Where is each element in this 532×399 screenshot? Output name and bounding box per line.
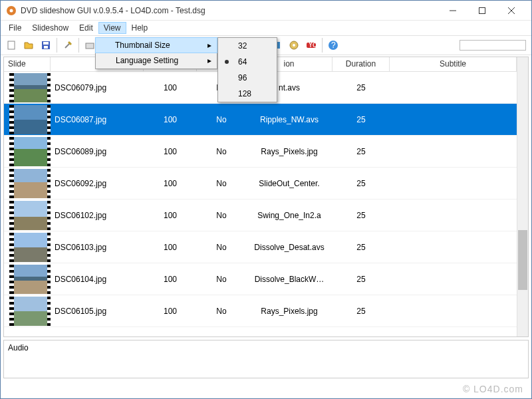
cell-frames: 100: [144, 243, 197, 252]
cell-duration: 25: [332, 179, 390, 188]
thumbnail-size-submenu: 32 64 96 128: [217, 37, 277, 102]
cell-duration: 25: [332, 83, 390, 92]
table-row[interactable]: DSC06105.jpg100NoRays_Pixels.jpg25: [4, 295, 517, 327]
menu-view[interactable]: View: [98, 22, 126, 34]
app-icon: [6, 5, 17, 16]
slide-thumbnail: [9, 169, 51, 198]
cell-duration: 25: [332, 211, 390, 220]
cell-transition: SlideOut_Center.: [246, 179, 332, 188]
menu-item-label: 64: [238, 57, 247, 66]
cell-thumb: [4, 295, 51, 327]
cell-frames: 100: [144, 179, 197, 188]
cell-animation: No: [197, 179, 246, 188]
separator: [57, 38, 57, 53]
cell-duration: 25: [332, 115, 390, 124]
slide-thumbnail: [9, 297, 51, 326]
thumb-size-32[interactable]: 32: [218, 38, 277, 54]
cell-duration: 25: [332, 275, 390, 284]
cell-thumb: [4, 136, 51, 168]
cell-filename: DSC06079.jpg: [51, 83, 144, 92]
cell-frames: 100: [144, 275, 197, 284]
cell-animation: No: [197, 211, 246, 220]
slide-thumbnail: [9, 265, 51, 294]
menu-edit[interactable]: Edit: [74, 22, 98, 34]
slide-thumbnail: [9, 201, 51, 230]
cell-frames: 100: [144, 83, 197, 92]
cell-animation: No: [197, 307, 246, 316]
svg-rect-6: [8, 41, 15, 49]
svg-rect-10: [86, 43, 94, 49]
new-button[interactable]: [3, 37, 19, 53]
view-menu-dropdown: Thumbnail Size ▸ Language Setting ▸: [95, 37, 217, 69]
minimize-button[interactable]: [438, 1, 467, 21]
menu-item-label: Language Setting: [116, 56, 178, 65]
submenu-arrow-icon: ▸: [207, 56, 211, 65]
cell-transition: Dissolve_Desat.avs: [246, 243, 332, 252]
menu-thumbnail-size[interactable]: Thumbnail Size ▸: [95, 37, 217, 53]
cell-transition: Ripples_NW.avs: [246, 115, 332, 124]
progress-bar: [460, 40, 526, 51]
cell-animation: No: [197, 275, 246, 284]
svg-text:?: ?: [331, 41, 336, 50]
menu-item-label: 32: [238, 41, 247, 51]
svg-rect-8: [43, 42, 49, 45]
svg-point-1: [10, 9, 13, 12]
table-row[interactable]: DSC06102.jpg100NoSwing_One_In2.a25: [4, 200, 517, 231]
separator: [78, 38, 79, 53]
col-slide[interactable]: Slide: [4, 57, 51, 71]
open-button[interactable]: [21, 37, 37, 53]
separator: [322, 38, 323, 53]
cell-filename: DSC06103.jpg: [51, 243, 144, 252]
col-duration[interactable]: Duration: [332, 57, 390, 71]
cell-filename: DSC06104.jpg: [51, 275, 144, 284]
table-row[interactable]: DSC06089.jpg100NoRays_Pixels.jpg25: [4, 136, 517, 168]
slide-thumbnail: [9, 73, 51, 102]
submenu-arrow-icon: ▸: [207, 41, 211, 50]
cell-transition: Rays_Pixels.jpg: [246, 147, 332, 156]
cell-transition: Dissolve_BlackW…: [246, 275, 332, 284]
slide-thumbnail: [9, 105, 51, 134]
menubar: File Slideshow Edit View Help: [1, 21, 531, 35]
slide-thumbnail: [9, 137, 51, 166]
cell-frames: 100: [144, 307, 197, 316]
thumb-size-64[interactable]: 64: [218, 54, 277, 70]
titlebar: DVD slideshow GUI v.0.9.5.4 - LO4D.com -…: [1, 1, 531, 21]
save-button[interactable]: [38, 37, 54, 53]
cell-thumb: [4, 231, 51, 263]
svg-text:You: You: [308, 40, 317, 49]
radio-checked-icon: [225, 60, 229, 64]
vertical-scrollbar[interactable]: [517, 57, 528, 336]
cell-filename: DSC06089.jpg: [51, 147, 144, 156]
menu-file[interactable]: File: [3, 22, 27, 34]
menu-slideshow[interactable]: Slideshow: [27, 22, 74, 34]
maximize-button[interactable]: [467, 1, 497, 21]
cell-thumb: [4, 104, 51, 136]
burn-disc-button[interactable]: [286, 37, 302, 53]
col-subtitle[interactable]: Subtitle: [390, 57, 517, 71]
cell-filename: DSC06087.jpg: [51, 115, 144, 124]
window-title: DVD slideshow GUI v.0.9.5.4 - LO4D.com -…: [21, 6, 438, 15]
table-row[interactable]: DSC06103.jpg100NoDissolve_Desat.avs25: [4, 231, 517, 263]
cell-thumb: [4, 263, 51, 295]
menu-language-setting[interactable]: Language Setting ▸: [96, 53, 217, 68]
settings-button[interactable]: [60, 37, 76, 53]
cell-transition: Rays_Pixels.jpg: [246, 307, 332, 316]
cell-frames: 100: [144, 147, 197, 156]
help-button[interactable]: ?: [325, 37, 341, 53]
thumb-size-96[interactable]: 96: [218, 70, 277, 86]
table-row[interactable]: DSC06092.jpg100NoSlideOut_Center.25: [4, 168, 517, 200]
scrollbar-thumb[interactable]: [518, 230, 527, 290]
thumb-size-128[interactable]: 128: [218, 86, 277, 102]
cell-filename: DSC06102.jpg: [51, 211, 144, 220]
cell-thumb: [4, 168, 51, 200]
watermark: © LO4D.com: [463, 384, 523, 394]
close-button[interactable]: [497, 1, 526, 21]
table-row[interactable]: DSC06087.jpg100NoRipples_NW.avs25: [4, 104, 517, 136]
menu-help[interactable]: Help: [126, 22, 154, 34]
table-row[interactable]: DSC06104.jpg100NoDissolve_BlackW…25: [4, 263, 517, 295]
menu-item-label: Thumbnail Size: [115, 41, 170, 50]
youtube-button[interactable]: You: [303, 37, 319, 53]
audio-label: Audio: [8, 343, 29, 352]
cell-animation: No: [197, 115, 246, 124]
cell-animation: No: [197, 243, 246, 252]
